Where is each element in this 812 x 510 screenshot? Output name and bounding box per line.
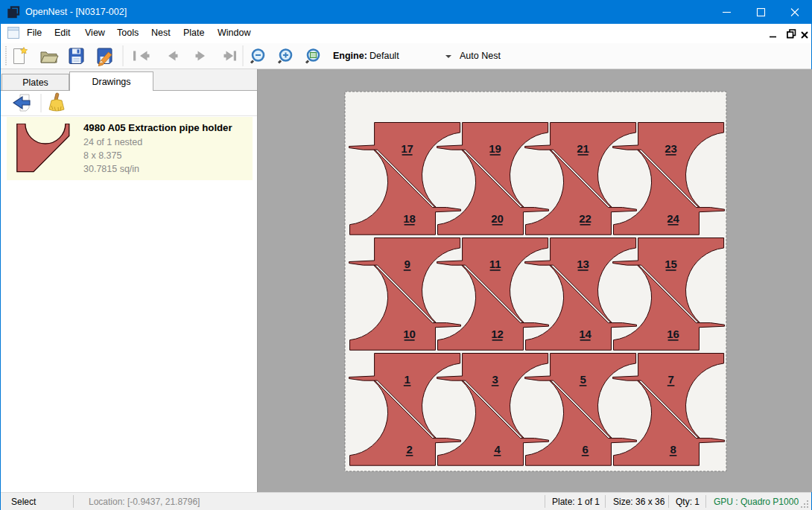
- svg-text:20: 20: [491, 212, 504, 225]
- svg-text:21: 21: [577, 142, 589, 155]
- svg-text:4: 4: [494, 443, 501, 456]
- svg-text:16: 16: [667, 328, 679, 340]
- svg-text:3: 3: [492, 373, 498, 386]
- svg-text:17: 17: [401, 142, 413, 155]
- svg-text:7: 7: [667, 373, 673, 386]
- svg-text:1: 1: [404, 373, 410, 386]
- svg-text:12: 12: [491, 328, 504, 340]
- svg-text:8: 8: [670, 443, 676, 456]
- svg-text:15: 15: [664, 258, 677, 270]
- svg-text:9: 9: [404, 258, 410, 270]
- svg-text:23: 23: [664, 142, 677, 155]
- svg-text:11: 11: [489, 258, 501, 270]
- svg-text:19: 19: [489, 142, 501, 155]
- svg-text:13: 13: [577, 258, 589, 270]
- svg-text:18: 18: [403, 212, 416, 225]
- svg-text:14: 14: [579, 328, 591, 340]
- svg-text:24: 24: [667, 212, 679, 225]
- svg-text:22: 22: [579, 212, 591, 225]
- svg-text:2: 2: [406, 443, 412, 456]
- svg-text:6: 6: [582, 443, 588, 456]
- svg-text:5: 5: [580, 373, 586, 386]
- svg-text:10: 10: [403, 328, 416, 340]
